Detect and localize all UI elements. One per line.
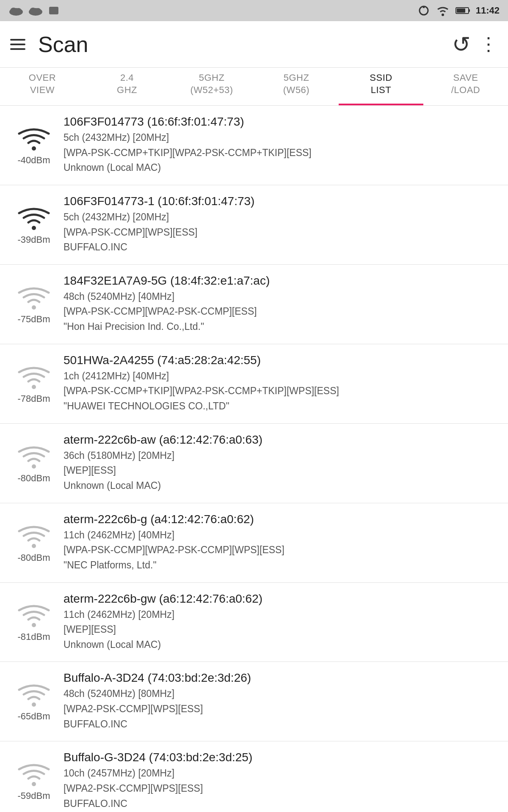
signal-container: -59dBm <box>8 760 59 801</box>
network-details: 5ch (2432MHz) [20MHz] [WPA-PSK-CCMP+TKIP… <box>64 130 500 176</box>
network-ssid: aterm-222c6b-aw (a6:12:42:76:a0:63) <box>64 433 500 447</box>
toolbar-actions: ↺ ⋮ <box>452 32 498 57</box>
wifi-signal-icon <box>17 760 51 788</box>
tab-2ghz[interactable]: 2.4 GHZ <box>85 68 169 105</box>
wifi-signal-icon <box>17 204 51 232</box>
wifi-signal-icon <box>17 363 51 391</box>
signal-label: -65dBm <box>17 711 50 722</box>
cloud-icon-1 <box>8 5 24 16</box>
signal-container: -80dBm <box>8 522 59 563</box>
signal-label: -39dBm <box>17 234 50 245</box>
network-ssid: aterm-222c6b-gw (a6:12:42:76:a0:62) <box>64 592 500 606</box>
toolbar: Scan ↺ ⋮ <box>0 21 508 68</box>
status-bar: 11:42 <box>0 0 508 21</box>
signal-label: -40dBm <box>17 155 50 166</box>
tab-5ghz-w52[interactable]: 5GHZ (W52+53) <box>169 68 254 105</box>
wifi-signal-icon <box>17 601 51 629</box>
signal-label: -75dBm <box>17 314 50 325</box>
refresh-button[interactable]: ↺ <box>452 32 471 57</box>
signal-label: -78dBm <box>17 393 50 404</box>
network-item[interactable]: -39dBm106F3F014773-1 (10:6f:3f:01:47:73)… <box>0 185 508 265</box>
battery-icon <box>456 6 471 15</box>
network-details: 11ch (2462MHz) [40MHz] [WPA-PSK-CCMP][WP… <box>64 528 500 573</box>
svg-point-18 <box>32 623 36 627</box>
signal-container: -75dBm <box>8 284 59 325</box>
svg-point-19 <box>32 702 36 707</box>
svg-rect-6 <box>49 7 58 14</box>
wifi-signal-icon <box>17 125 51 152</box>
network-list: -40dBm106F3F014773 (16:6f:3f:01:47:73)5c… <box>0 106 508 812</box>
network-item[interactable]: -75dBm184F32E1A7A9-5G (18:4f:32:e1:a7:ac… <box>0 265 508 344</box>
svg-point-5 <box>35 8 41 14</box>
tab-ssid-list[interactable]: SSID LIST <box>339 68 423 105</box>
signal-container: -40dBm <box>8 125 59 166</box>
network-info: 501HWa-2A4255 (74:a5:28:2a:42:55)1ch (24… <box>59 354 500 414</box>
network-details: 48ch (5240MHz) [40MHz] [WPA-PSK-CCMP][WP… <box>64 289 500 335</box>
status-bar-right: 11:42 <box>417 5 500 16</box>
signal-label: -80dBm <box>17 473 50 484</box>
network-item[interactable]: -65dBmBuffalo-A-3D24 (74:03:bd:2e:3d:26)… <box>0 662 508 741</box>
network-ssid: 106F3F014773 (16:6f:3f:01:47:73) <box>64 115 500 129</box>
svg-point-17 <box>32 544 36 548</box>
app-icon <box>47 5 60 16</box>
wifi-signal-icon <box>17 522 51 550</box>
network-info: 106F3F014773 (16:6f:3f:01:47:73)5ch (243… <box>59 115 500 176</box>
svg-point-13 <box>32 226 36 230</box>
network-ssid: Buffalo-A-3D24 (74:03:bd:2e:3d:26) <box>64 671 500 685</box>
network-item[interactable]: -80dBmaterm-222c6b-g (a4:12:42:76:a0:62)… <box>0 503 508 583</box>
signal-label: -80dBm <box>17 552 50 563</box>
signal-container: -80dBm <box>8 443 59 484</box>
svg-point-2 <box>16 8 22 14</box>
status-time: 11:42 <box>476 5 500 16</box>
menu-button[interactable] <box>10 39 25 50</box>
tab-overview[interactable]: OVER VIEW <box>0 68 85 105</box>
wifi-signal-icon <box>17 681 51 708</box>
network-item[interactable]: -78dBm501HWa-2A4255 (74:a5:28:2a:42:55)1… <box>0 344 508 424</box>
signal-label: -59dBm <box>17 790 50 801</box>
signal-container: -39dBm <box>8 204 59 245</box>
network-ssid: Buffalo-G-3D24 (74:03:bd:2e:3d:25) <box>64 751 500 764</box>
page-title: Scan <box>38 32 452 57</box>
wifi-status-icon <box>435 5 450 16</box>
network-info: Buffalo-G-3D24 (74:03:bd:2e:3d:25)10ch (… <box>59 751 500 811</box>
network-info: 106F3F014773-1 (10:6f:3f:01:47:73)5ch (2… <box>59 195 500 255</box>
svg-point-12 <box>32 146 36 151</box>
network-ssid: aterm-222c6b-g (a4:12:42:76:a0:62) <box>64 513 500 526</box>
network-info: Buffalo-A-3D24 (74:03:bd:2e:3d:26)48ch (… <box>59 671 500 732</box>
network-details: 1ch (2412MHz) [40MHz] [WPA-PSK-CCMP+TKIP… <box>64 369 500 414</box>
wifi-signal-icon <box>17 443 51 470</box>
svg-point-14 <box>32 305 36 310</box>
network-item[interactable]: -81dBmaterm-222c6b-gw (a6:12:42:76:a0:62… <box>0 583 508 662</box>
signal-container: -65dBm <box>8 681 59 722</box>
signal-container: -81dBm <box>8 601 59 642</box>
tab-bar: OVER VIEW2.4 GHZ5GHZ (W52+53)5GHZ (W56)S… <box>0 68 508 106</box>
network-item[interactable]: -40dBm106F3F014773 (16:6f:3f:01:47:73)5c… <box>0 106 508 185</box>
signal-label: -81dBm <box>17 631 50 642</box>
svg-point-8 <box>442 14 444 16</box>
status-bar-left <box>8 5 60 16</box>
network-details: 11ch (2462MHz) [20MHz] [WEP][ESS] Unknow… <box>64 607 500 653</box>
network-details: 10ch (2457MHz) [20MHz] [WPA2-PSK-CCMP][W… <box>64 766 500 811</box>
network-info: aterm-222c6b-aw (a6:12:42:76:a0:63)36ch … <box>59 433 500 494</box>
network-details: 5ch (2432MHz) [20MHz] [WPA-PSK-CCMP][WPS… <box>64 210 500 255</box>
svg-point-16 <box>32 464 36 469</box>
network-details: 36ch (5180MHz) [20MHz] [WEP][ESS] Unknow… <box>64 448 500 494</box>
tab-5ghz-w56[interactable]: 5GHZ (W56) <box>254 68 339 105</box>
network-info: aterm-222c6b-gw (a6:12:42:76:a0:62)11ch … <box>59 592 500 653</box>
network-info: aterm-222c6b-g (a4:12:42:76:a0:62)11ch (… <box>59 513 500 573</box>
network-ssid: 106F3F014773-1 (10:6f:3f:01:47:73) <box>64 195 500 208</box>
network-item[interactable]: -80dBmaterm-222c6b-aw (a6:12:42:76:a0:63… <box>0 424 508 503</box>
wifi-signal-icon <box>17 284 51 311</box>
sync-icon <box>417 5 430 16</box>
svg-point-15 <box>32 385 36 389</box>
network-info: 184F32E1A7A9-5G (18:4f:32:e1:a7:ac)48ch … <box>59 274 500 335</box>
network-item[interactable]: -59dBmBuffalo-G-3D24 (74:03:bd:2e:3d:25)… <box>0 741 508 812</box>
svg-rect-10 <box>469 9 470 12</box>
network-ssid: 501HWa-2A4255 (74:a5:28:2a:42:55) <box>64 354 500 367</box>
tab-save-load[interactable]: SAVE /LOAD <box>423 68 508 105</box>
signal-container: -78dBm <box>8 363 59 404</box>
svg-point-20 <box>32 782 36 786</box>
network-ssid: 184F32E1A7A9-5G (18:4f:32:e1:a7:ac) <box>64 274 500 288</box>
network-details: 48ch (5240MHz) [80MHz] [WPA2-PSK-CCMP][W… <box>64 686 500 732</box>
more-button[interactable]: ⋮ <box>479 38 498 49</box>
